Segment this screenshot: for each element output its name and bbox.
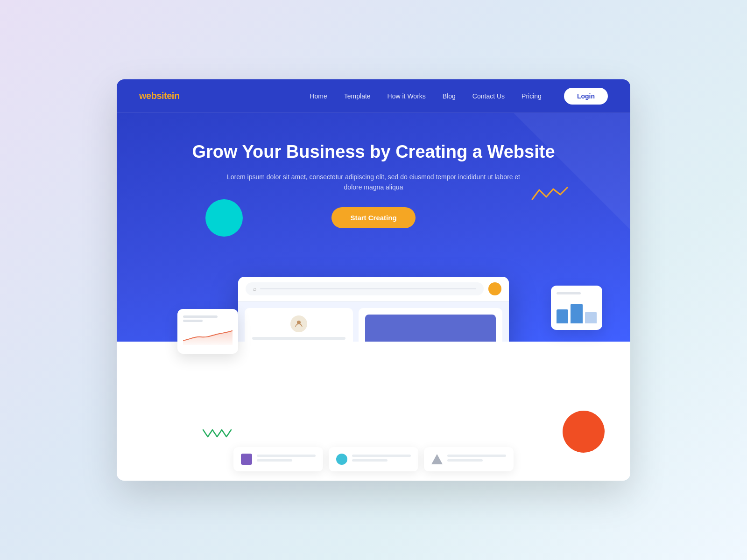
template-icon-square [241,454,252,465]
chart-card [551,286,602,330]
template-card-lines [257,455,316,464]
app-window: websitein Home Template How it Works Blo… [117,79,630,481]
search-bar-line [260,288,476,289]
template-card-lines-3 [447,455,506,464]
hero-subtext: Lorem ipsum dolor sit amet, consectetur … [224,172,523,193]
zigzag-orange-icon [532,185,570,206]
logo-highlight: in [172,91,180,101]
tc-line-6 [447,459,483,462]
template-card-lines-2 [352,455,411,464]
user-avatar-icon [290,315,307,332]
search-icon: ⌕ [253,286,256,292]
start-creating-button[interactable]: Start Creating [331,207,415,228]
triangle-shape [431,454,443,464]
bar-chart [557,300,597,323]
nav-link-how-it-works[interactable]: How it Works [388,92,426,100]
tc-line-1 [257,455,316,457]
browser-mockup: ⌕ [238,277,509,342]
nav-item-template[interactable]: Template [344,92,371,100]
tc-line-5 [447,455,506,457]
template-card-1[interactable] [233,447,323,471]
content-preview-card [359,308,502,342]
nav-item-blog[interactable]: Blog [443,92,456,100]
browser-bar: ⌕ [238,277,509,301]
chart-title-line [557,292,581,294]
nav-link-contact[interactable]: Contact Us [472,92,505,100]
tc-line-2 [257,459,292,462]
login-button[interactable]: Login [564,88,608,105]
circle-orange-decoration [563,411,605,453]
hero-headline: Grow Your Business by Creating a Website [139,141,608,163]
nav-link-template[interactable]: Template [344,92,371,100]
template-icon-circle [336,454,347,465]
preview-hero-image [365,315,496,342]
nav-link-blog[interactable]: Blog [443,92,456,100]
tc-line-4 [352,459,388,462]
bar-3 [585,312,597,323]
tc-line-3 [352,455,411,457]
nav-item-home[interactable]: Home [310,92,327,100]
logo-text: website [139,91,172,101]
template-card-2[interactable] [329,447,418,471]
browser-content [238,301,509,342]
bottom-section [117,342,630,481]
navbar: websitein Home Template How it Works Blo… [117,79,630,113]
zigzag-green-icon [203,425,231,443]
analytics-card [177,309,238,354]
nav-link-home[interactable]: Home [310,92,327,100]
card-line-1 [252,337,345,340]
nav-item-how-it-works[interactable]: How it Works [388,92,426,100]
nav-links: Home Template How it Works Blog Contact … [310,92,541,100]
line-chart [183,327,233,345]
analytics-title-line [183,315,218,318]
profile-card [245,308,353,342]
nav-item-pricing[interactable]: Pricing [521,92,542,100]
template-icon-triangle [431,454,443,465]
analytics-sub-line [183,320,203,322]
card-text-lines [252,337,345,342]
logo: websitein [139,91,180,101]
bar-2 [571,304,582,324]
browser-frame: ⌕ [238,277,509,342]
nav-link-pricing[interactable]: Pricing [521,92,542,100]
bar-1 [557,309,568,323]
nav-item-contact[interactable]: Contact Us [472,92,505,100]
circle-cyan-decoration [205,199,243,237]
template-cards-row [233,447,514,471]
template-card-3[interactable] [424,447,514,471]
yellow-dot-decoration [488,282,501,295]
browser-search-bar: ⌕ [246,282,484,295]
